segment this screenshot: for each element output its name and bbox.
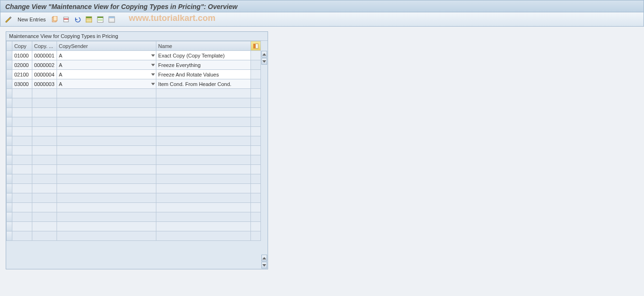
cell-copy[interactable]: 02000 xyxy=(12,60,32,70)
cell-blank xyxy=(156,136,250,146)
table-row: 01000 0000001 A Exact Copy (Copy Templat… xyxy=(7,51,261,60)
cell-sender-value: A xyxy=(59,81,62,87)
cell-blank xyxy=(156,117,250,127)
table-row xyxy=(7,203,261,212)
row-selector[interactable] xyxy=(7,136,12,146)
scroll-up-button[interactable] xyxy=(261,51,267,57)
row-selector[interactable] xyxy=(7,60,12,70)
table-row xyxy=(7,136,261,146)
vertical-scrollbar[interactable] xyxy=(261,41,268,269)
svg-rect-5 xyxy=(86,18,92,19)
scroll-down-button[interactable] xyxy=(261,58,267,65)
table-row xyxy=(7,184,261,193)
cell-sender[interactable]: A xyxy=(57,79,156,89)
svg-rect-16 xyxy=(253,44,255,48)
cell-blank xyxy=(12,89,32,98)
cell-blank xyxy=(250,193,260,203)
cell-copy2[interactable]: 0000002 xyxy=(32,60,57,70)
row-selector[interactable] xyxy=(7,174,12,184)
row-selector[interactable] xyxy=(7,155,12,165)
row-selector[interactable] xyxy=(7,184,12,193)
cell-blank xyxy=(250,231,260,241)
cell-blank xyxy=(250,136,260,146)
scroll-down-button-bottom[interactable] xyxy=(261,262,267,268)
row-selector[interactable] xyxy=(7,108,12,117)
cell-blank xyxy=(57,108,156,117)
cell-blank xyxy=(250,108,260,117)
cell-blank xyxy=(12,193,32,203)
cell-blank xyxy=(57,203,156,212)
row-selector[interactable] xyxy=(7,231,12,241)
row-selector[interactable] xyxy=(7,212,12,222)
cell-sender-value: A xyxy=(59,72,62,77)
cell-blank xyxy=(12,108,32,117)
dropdown-icon[interactable] xyxy=(151,54,155,57)
cell-copy[interactable]: 01000 xyxy=(12,51,32,60)
svg-rect-9 xyxy=(97,17,103,18)
header-copy[interactable]: Copy xyxy=(12,41,32,51)
watermark-text: www.tutorialkart.com xyxy=(129,13,215,23)
row-selector[interactable] xyxy=(7,146,12,155)
table-title: Maintenance View for Copying Types in Pr… xyxy=(6,32,268,41)
row-selector[interactable] xyxy=(7,70,12,79)
cell-sender[interactable]: A xyxy=(57,51,156,60)
dropdown-icon[interactable] xyxy=(151,64,155,66)
dropdown-icon[interactable] xyxy=(151,73,155,76)
toggle-edit-icon[interactable] xyxy=(4,15,13,24)
cell-blank xyxy=(12,127,32,136)
header-sender[interactable]: CopySender xyxy=(57,41,156,51)
cell-blank xyxy=(57,136,156,146)
row-selector[interactable] xyxy=(7,98,12,108)
cell-blank xyxy=(57,146,156,155)
scroll-track[interactable] xyxy=(261,65,268,254)
delete-icon[interactable] xyxy=(62,15,70,24)
scroll-up-button-bottom[interactable] xyxy=(261,255,267,261)
cell-blank xyxy=(57,155,156,165)
table-row xyxy=(7,117,261,127)
new-entries-button[interactable]: New Entries xyxy=(16,16,48,23)
header-config-icon[interactable] xyxy=(250,41,260,51)
select-block-icon[interactable] xyxy=(96,15,105,24)
content-area: Maintenance View for Copying Types in Pr… xyxy=(0,27,644,296)
row-selector[interactable] xyxy=(7,51,12,60)
cell-copy2[interactable]: 0000004 xyxy=(32,70,57,79)
cell-copy[interactable]: 03000 xyxy=(12,79,32,89)
copy-icon[interactable] xyxy=(50,15,59,24)
row-selector[interactable] xyxy=(7,117,12,127)
row-selector[interactable] xyxy=(7,165,12,174)
cell-blank xyxy=(250,127,260,136)
cell-blank xyxy=(12,212,32,222)
cell-blank xyxy=(57,231,156,241)
cell-sender-value: A xyxy=(59,53,62,58)
header-name[interactable]: Name xyxy=(156,41,250,51)
cell-blank xyxy=(32,184,57,193)
cell-copy2[interactable]: 0000001 xyxy=(32,51,57,60)
cell-name: Freeze And Rotate Values xyxy=(156,70,250,79)
header-copy2[interactable]: Copy. ... xyxy=(32,41,57,51)
row-selector[interactable] xyxy=(7,79,12,89)
cell-blank xyxy=(250,165,260,174)
table-row xyxy=(7,231,261,241)
cell-copy[interactable]: 02100 xyxy=(12,70,32,79)
cell-copy2[interactable]: 0000003 xyxy=(32,79,57,89)
row-selector[interactable] xyxy=(7,89,12,98)
cell-blank xyxy=(156,165,250,174)
table-row xyxy=(7,146,261,155)
row-selector[interactable] xyxy=(7,203,12,212)
cell-blank xyxy=(156,108,250,117)
cell-blank xyxy=(57,212,156,222)
cell-sender[interactable]: A xyxy=(57,70,156,79)
cell-blank xyxy=(156,146,250,155)
dropdown-icon[interactable] xyxy=(151,83,155,85)
cell-name: Item Cond. From Header Cond. xyxy=(156,79,250,89)
row-selector[interactable] xyxy=(7,127,12,136)
cell-sender[interactable]: A xyxy=(57,60,156,70)
svg-rect-10 xyxy=(97,19,103,21)
cell-blank xyxy=(156,89,250,98)
undo-icon[interactable] xyxy=(73,15,82,24)
deselect-all-icon[interactable] xyxy=(107,15,116,24)
cell-blank xyxy=(32,108,57,117)
select-all-icon[interactable] xyxy=(85,15,93,24)
row-selector[interactable] xyxy=(7,193,12,203)
row-selector[interactable] xyxy=(7,222,12,231)
